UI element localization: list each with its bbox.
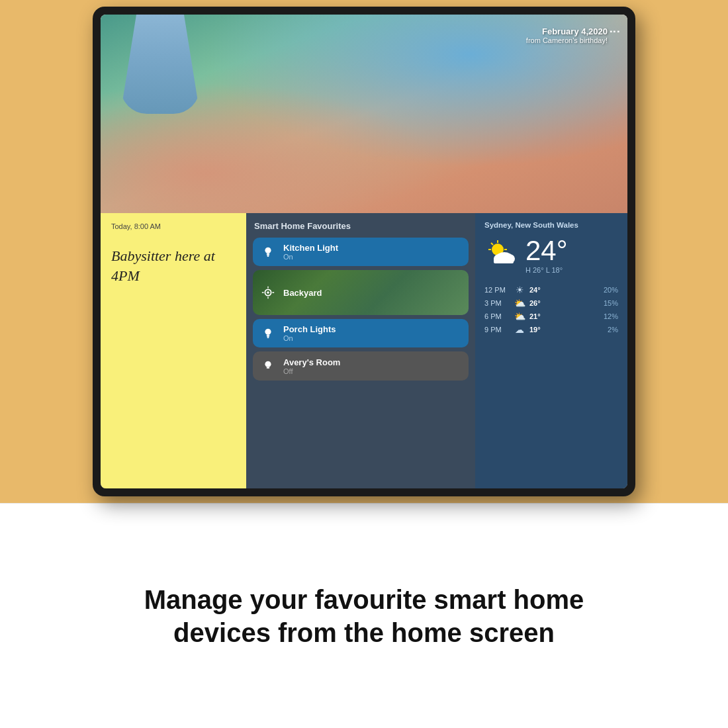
camera-icon bbox=[259, 284, 277, 301]
kitchen-light-info: Kitchen Light On bbox=[283, 243, 338, 261]
weather-hi-lo: H 26° L 18° bbox=[525, 266, 568, 274]
sticky-date: Today, 8:00 AM bbox=[111, 222, 236, 230]
svg-point-10 bbox=[265, 361, 271, 367]
kitchen-light-name: Kitchen Light bbox=[283, 243, 338, 253]
top-section: February 4,2020 from Cameron's birthday!… bbox=[0, 0, 728, 503]
caption-text: Manage your favourite smart home devices… bbox=[144, 583, 584, 649]
weather-location: Sydney, New South Wales bbox=[484, 221, 618, 229]
backyard-camera-name: Backyard bbox=[283, 288, 322, 298]
caption-line1: Manage your favourite smart home bbox=[144, 585, 584, 614]
forecast-time-12pm: 12 PM bbox=[484, 286, 510, 294]
weather-temp-main: 24° bbox=[525, 237, 568, 265]
bulb-icon bbox=[259, 244, 277, 261]
svg-rect-22 bbox=[494, 257, 514, 263]
kitchen-light-card[interactable]: Kitchen Light On bbox=[253, 238, 469, 266]
device-frame: February 4,2020 from Cameron's birthday!… bbox=[93, 7, 635, 496]
forecast-row-12pm: 12 PM ☀ 24° 20% bbox=[484, 285, 618, 295]
forecast-precip-3pm: 15% bbox=[597, 299, 618, 307]
weather-temp-block: 24° H 26° L 18° bbox=[525, 237, 568, 274]
photo-menu-icon[interactable]: ⋮ bbox=[608, 26, 621, 38]
averys-room-status: Off bbox=[283, 367, 340, 375]
svg-rect-7 bbox=[267, 334, 270, 336]
forecast-temp-12pm: 24° bbox=[529, 286, 593, 294]
weather-forecast: 12 PM ☀ 24° 20% 3 PM ⛅ 26° 15% bbox=[484, 285, 618, 335]
forecast-temp-9pm: 19° bbox=[529, 326, 593, 334]
backyard-camera-info: Backyard bbox=[283, 288, 322, 298]
photo-date-overlay: February 4,2020 from Cameron's birthday! bbox=[526, 26, 608, 44]
weather-panel: Sydney, New South Wales bbox=[475, 213, 627, 488]
sticky-note-text: Babysitter here at 4PM bbox=[111, 246, 236, 285]
forecast-precip-12pm: 20% bbox=[597, 286, 618, 294]
porch-lights-info: Porch Lights On bbox=[283, 324, 336, 342]
bottom-caption-section: Manage your favourite smart home devices… bbox=[0, 503, 728, 728]
forecast-icon-12pm: ☀ bbox=[514, 285, 525, 295]
forecast-temp-6pm: 21° bbox=[529, 312, 593, 320]
forecast-precip-9pm: 2% bbox=[597, 326, 618, 334]
camera-feed-bg: Backyard bbox=[253, 270, 469, 315]
forecast-time-9pm: 9 PM bbox=[484, 326, 510, 334]
averys-room-card[interactable]: Avery's Room Off bbox=[253, 351, 469, 381]
porch-lights-status: On bbox=[283, 334, 336, 342]
forecast-icon-3pm: ⛅ bbox=[514, 298, 525, 308]
svg-rect-2 bbox=[267, 254, 269, 255]
smart-home-panel: Smart Home Favourites Kitc bbox=[246, 213, 475, 488]
forecast-icon-6pm: ⛅ bbox=[514, 311, 525, 322]
averys-room-name: Avery's Room bbox=[283, 357, 340, 367]
svg-rect-9 bbox=[267, 337, 269, 338]
weather-current: 24° H 26° L 18° bbox=[484, 237, 618, 274]
svg-point-6 bbox=[265, 328, 271, 334]
svg-line-17 bbox=[491, 243, 493, 245]
averys-room-info: Avery's Room Off bbox=[283, 357, 340, 375]
svg-rect-8 bbox=[267, 336, 269, 337]
photo-date-text: February 4,2020 bbox=[526, 26, 608, 36]
porch-bulb-icon bbox=[259, 325, 277, 342]
forecast-time-3pm: 3 PM bbox=[484, 299, 510, 307]
photo-area: February 4,2020 from Cameron's birthday!… bbox=[101, 15, 627, 213]
caption-line2: devices from the home screen bbox=[173, 618, 555, 647]
forecast-row-9pm: 9 PM ☁ 19° 2% bbox=[484, 324, 618, 335]
svg-rect-11 bbox=[267, 367, 270, 369]
forecast-row-3pm: 3 PM ⛅ 26° 15% bbox=[484, 298, 618, 308]
forecast-precip-6pm: 12% bbox=[597, 312, 618, 320]
svg-point-0 bbox=[265, 247, 271, 253]
smart-home-title: Smart Home Favourites bbox=[253, 221, 469, 231]
forecast-temp-3pm: 26° bbox=[529, 299, 593, 307]
sticky-note-panel: Today, 8:00 AM Babysitter here at 4PM bbox=[101, 213, 246, 488]
backyard-camera-card[interactable]: Backyard bbox=[253, 270, 469, 315]
kitchen-light-status: On bbox=[283, 253, 338, 261]
weather-icon-main bbox=[484, 239, 519, 273]
forecast-icon-9pm: ☁ bbox=[514, 324, 525, 335]
svg-rect-1 bbox=[267, 253, 270, 254]
photo-date-sub: from Cameron's birthday! bbox=[526, 36, 608, 44]
forecast-time-6pm: 6 PM bbox=[484, 312, 510, 320]
porch-lights-name: Porch Lights bbox=[283, 324, 336, 334]
avery-bulb-icon bbox=[259, 357, 277, 375]
dashboard: Today, 8:00 AM Babysitter here at 4PM Sm… bbox=[101, 213, 627, 488]
forecast-row-6pm: 6 PM ⛅ 21° 12% bbox=[484, 311, 618, 322]
svg-rect-3 bbox=[267, 255, 269, 256]
svg-point-5 bbox=[267, 291, 269, 294]
device-screen: February 4,2020 from Cameron's birthday!… bbox=[101, 15, 627, 488]
porch-lights-card[interactable]: Porch Lights On bbox=[253, 319, 469, 347]
